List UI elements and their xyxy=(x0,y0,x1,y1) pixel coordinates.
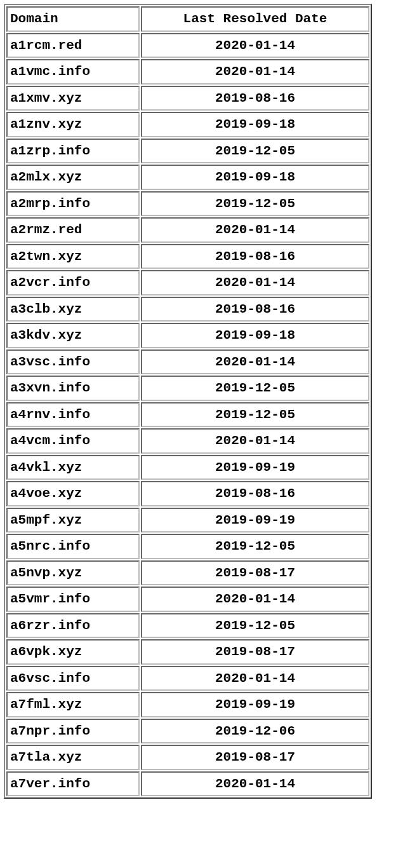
domain-cell: a2mlx.xyz xyxy=(6,165,140,190)
table-row: a7npr.info2019-12-06 xyxy=(6,719,369,744)
table-row: a5nrc.info2019-12-05 xyxy=(6,534,369,559)
date-cell: 2019-08-17 xyxy=(141,560,369,586)
domain-cell: a5nrc.info xyxy=(6,534,140,559)
table-row: a4vkl.xyz2019-09-19 xyxy=(6,455,369,480)
date-cell: 2020-01-14 xyxy=(141,217,369,243)
date-cell: 2019-08-16 xyxy=(141,481,369,506)
date-cell: 2020-01-14 xyxy=(141,33,369,58)
table-row: a3vsc.info2020-01-14 xyxy=(6,349,369,375)
domain-cell: a4vcm.info xyxy=(6,428,140,454)
domain-cell: a5vmr.info xyxy=(6,587,140,612)
table-row: a6vpk.xyz2019-08-17 xyxy=(6,639,369,665)
table-row: a6vsc.info2020-01-14 xyxy=(6,666,369,691)
domain-cell: a3kdv.xyz xyxy=(6,323,140,348)
domain-cell: a2twn.xyz xyxy=(6,244,140,269)
domain-cell: a4rnv.info xyxy=(6,402,140,428)
table-row: a4voe.xyz2019-08-16 xyxy=(6,481,369,506)
domain-cell: a6vsc.info xyxy=(6,666,140,691)
date-cell: 2019-12-05 xyxy=(141,534,369,559)
date-cell: 2019-09-18 xyxy=(141,165,369,190)
table-row: a4vcm.info2020-01-14 xyxy=(6,428,369,454)
table-row: a6rzr.info2019-12-05 xyxy=(6,613,369,639)
domain-cell: a2mrp.info xyxy=(6,191,140,217)
table-row: a5mpf.xyz2019-09-19 xyxy=(6,508,369,533)
table-row: a2mlx.xyz2019-09-18 xyxy=(6,165,369,190)
domain-cell: a3vsc.info xyxy=(6,349,140,375)
table-row: a2vcr.info2020-01-14 xyxy=(6,270,369,295)
domain-cell: a3clb.xyz xyxy=(6,297,140,322)
date-cell: 2020-01-14 xyxy=(141,349,369,375)
date-cell: 2019-08-16 xyxy=(141,297,369,322)
date-cell: 2019-12-05 xyxy=(141,613,369,639)
date-cell: 2019-12-05 xyxy=(141,376,369,401)
date-cell: 2019-09-18 xyxy=(141,323,369,348)
table-row: a2rmz.red2020-01-14 xyxy=(6,217,369,243)
domain-cell: a1vmc.info xyxy=(6,59,140,85)
domain-cell: a6rzr.info xyxy=(6,613,140,639)
table-row: a5nvp.xyz2019-08-17 xyxy=(6,560,369,586)
domain-cell: a1znv.xyz xyxy=(6,112,140,137)
table-row: a1xmv.xyz2019-08-16 xyxy=(6,86,369,111)
date-cell: 2019-09-19 xyxy=(141,692,369,717)
table-row: a3clb.xyz2019-08-16 xyxy=(6,297,369,322)
table-row: a1znv.xyz2019-09-18 xyxy=(6,112,369,137)
date-cell: 2019-12-05 xyxy=(141,402,369,428)
table-row: a7ver.info2020-01-14 xyxy=(6,771,369,797)
domain-cell: a7ver.info xyxy=(6,771,140,797)
table-row: a1rcm.red2020-01-14 xyxy=(6,33,369,58)
domain-cell: a5mpf.xyz xyxy=(6,508,140,533)
domain-cell: a1zrp.info xyxy=(6,139,140,164)
date-cell: 2019-08-16 xyxy=(141,244,369,269)
domain-cell: a7npr.info xyxy=(6,719,140,744)
domain-table: Domain Last Resolved Date a1rcm.red2020-… xyxy=(4,4,372,799)
domain-cell: a5nvp.xyz xyxy=(6,560,140,586)
table-row: a7fml.xyz2019-09-19 xyxy=(6,692,369,717)
date-cell: 2019-09-18 xyxy=(141,112,369,137)
column-header-domain: Domain xyxy=(6,6,140,32)
table-row: a1vmc.info2020-01-14 xyxy=(6,59,369,85)
table-row: a5vmr.info2020-01-14 xyxy=(6,587,369,612)
date-cell: 2019-09-19 xyxy=(141,455,369,480)
table-header-row: Domain Last Resolved Date xyxy=(6,6,369,32)
domain-cell: a4voe.xyz xyxy=(6,481,140,506)
domain-cell: a1xmv.xyz xyxy=(6,86,140,111)
domain-cell: a1rcm.red xyxy=(6,33,140,58)
date-cell: 2019-12-05 xyxy=(141,139,369,164)
date-cell: 2019-08-17 xyxy=(141,745,369,770)
date-cell: 2019-08-17 xyxy=(141,639,369,665)
domain-cell: a2rmz.red xyxy=(6,217,140,243)
date-cell: 2019-09-19 xyxy=(141,508,369,533)
domain-cell: a7fml.xyz xyxy=(6,692,140,717)
domain-cell: a7tla.xyz xyxy=(6,745,140,770)
date-cell: 2020-01-14 xyxy=(141,771,369,797)
date-cell: 2020-01-14 xyxy=(141,666,369,691)
table-row: a4rnv.info2019-12-05 xyxy=(6,402,369,428)
table-row: a1zrp.info2019-12-05 xyxy=(6,139,369,164)
date-cell: 2020-01-14 xyxy=(141,428,369,454)
domain-cell: a6vpk.xyz xyxy=(6,639,140,665)
date-cell: 2020-01-14 xyxy=(141,59,369,85)
table-row: a3xvn.info2019-12-05 xyxy=(6,376,369,401)
date-cell: 2020-01-14 xyxy=(141,587,369,612)
column-header-date: Last Resolved Date xyxy=(141,6,369,32)
domain-cell: a3xvn.info xyxy=(6,376,140,401)
table-row: a2mrp.info2019-12-05 xyxy=(6,191,369,217)
table-row: a2twn.xyz2019-08-16 xyxy=(6,244,369,269)
date-cell: 2019-12-05 xyxy=(141,191,369,217)
date-cell: 2019-08-16 xyxy=(141,86,369,111)
table-row: a7tla.xyz2019-08-17 xyxy=(6,745,369,770)
table-row: a3kdv.xyz2019-09-18 xyxy=(6,323,369,348)
date-cell: 2020-01-14 xyxy=(141,270,369,295)
date-cell: 2019-12-06 xyxy=(141,719,369,744)
domain-cell: a4vkl.xyz xyxy=(6,455,140,480)
domain-cell: a2vcr.info xyxy=(6,270,140,295)
